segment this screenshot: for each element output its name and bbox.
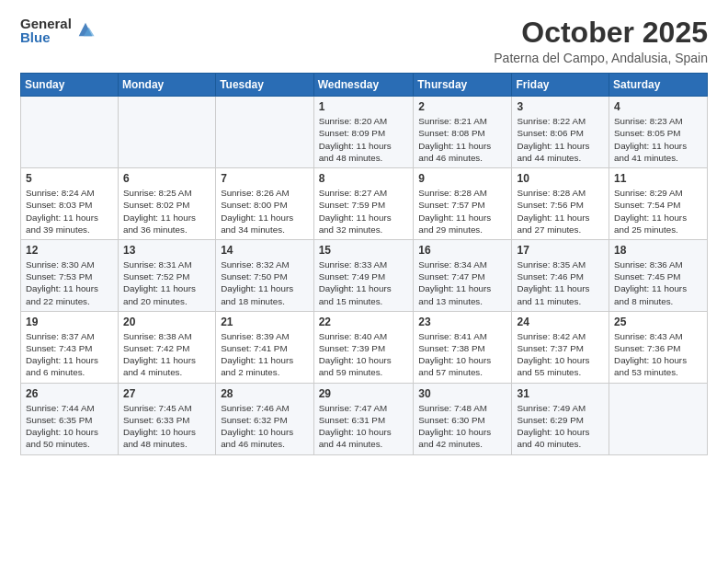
- day-info: Sunrise: 7:44 AM Sunset: 6:35 PM Dayligh…: [26, 402, 113, 451]
- day-number: 3: [517, 100, 604, 113]
- day-number: 9: [418, 172, 506, 185]
- day-info: Sunrise: 8:26 AM Sunset: 8:00 PM Dayligh…: [221, 187, 308, 236]
- weekday-header-monday: Monday: [118, 74, 215, 97]
- calendar-week-row: 26Sunrise: 7:44 AM Sunset: 6:35 PM Dayli…: [21, 383, 708, 454]
- day-number: 21: [221, 316, 308, 328]
- calendar: SundayMondayTuesdayWednesdayThursdayFrid…: [20, 73, 708, 454]
- calendar-day-6: 6Sunrise: 8:25 AM Sunset: 8:02 PM Daylig…: [118, 168, 215, 240]
- day-number: 20: [123, 316, 210, 328]
- day-number: 10: [517, 172, 604, 185]
- day-number: 12: [26, 244, 113, 257]
- calendar-day-18: 18Sunrise: 8:36 AM Sunset: 7:45 PM Dayli…: [609, 239, 708, 311]
- weekday-header-row: SundayMondayTuesdayWednesdayThursdayFrid…: [21, 74, 708, 97]
- calendar-day-empty: [609, 383, 708, 454]
- day-number: 1: [319, 100, 409, 113]
- calendar-week-row: 1Sunrise: 8:20 AM Sunset: 8:09 PM Daylig…: [21, 97, 708, 168]
- day-info: Sunrise: 8:38 AM Sunset: 7:42 PM Dayligh…: [123, 330, 210, 379]
- day-info: Sunrise: 8:43 AM Sunset: 7:36 PM Dayligh…: [614, 330, 702, 379]
- calendar-day-1: 1Sunrise: 8:20 AM Sunset: 8:09 PM Daylig…: [313, 97, 414, 168]
- calendar-day-11: 11Sunrise: 8:29 AM Sunset: 7:54 PM Dayli…: [609, 168, 708, 240]
- title-area: October 2025 Paterna del Campo, Andalusi…: [494, 17, 708, 65]
- calendar-day-4: 4Sunrise: 8:23 AM Sunset: 8:05 PM Daylig…: [609, 97, 708, 168]
- calendar-day-empty: [21, 97, 119, 168]
- day-number: 16: [418, 244, 506, 257]
- day-info: Sunrise: 8:28 AM Sunset: 7:57 PM Dayligh…: [418, 187, 506, 236]
- day-number: 4: [614, 100, 702, 113]
- day-info: Sunrise: 8:41 AM Sunset: 7:38 PM Dayligh…: [418, 330, 506, 379]
- calendar-day-21: 21Sunrise: 8:39 AM Sunset: 7:41 PM Dayli…: [216, 311, 313, 383]
- weekday-header-wednesday: Wednesday: [313, 74, 414, 97]
- logo-text: General Blue: [20, 17, 72, 44]
- day-number: 14: [221, 244, 308, 257]
- day-number: 22: [319, 316, 409, 328]
- month-title: October 2025: [494, 17, 708, 49]
- weekday-header-saturday: Saturday: [609, 74, 708, 97]
- day-number: 23: [418, 316, 506, 328]
- calendar-day-14: 14Sunrise: 8:32 AM Sunset: 7:50 PM Dayli…: [216, 239, 313, 311]
- day-number: 17: [517, 244, 604, 257]
- weekday-header-sunday: Sunday: [21, 74, 119, 97]
- calendar-day-9: 9Sunrise: 8:28 AM Sunset: 7:57 PM Daylig…: [414, 168, 512, 240]
- calendar-day-20: 20Sunrise: 8:38 AM Sunset: 7:42 PM Dayli…: [118, 311, 215, 383]
- day-info: Sunrise: 8:27 AM Sunset: 7:59 PM Dayligh…: [319, 187, 409, 236]
- day-number: 7: [221, 172, 308, 185]
- calendar-day-13: 13Sunrise: 8:31 AM Sunset: 7:52 PM Dayli…: [118, 239, 215, 311]
- calendar-week-row: 12Sunrise: 8:30 AM Sunset: 7:53 PM Dayli…: [21, 239, 708, 311]
- day-info: Sunrise: 8:29 AM Sunset: 7:54 PM Dayligh…: [614, 187, 702, 236]
- day-number: 29: [319, 387, 409, 400]
- calendar-day-29: 29Sunrise: 7:47 AM Sunset: 6:31 PM Dayli…: [313, 383, 414, 454]
- calendar-day-8: 8Sunrise: 8:27 AM Sunset: 7:59 PM Daylig…: [313, 168, 414, 240]
- day-info: Sunrise: 8:23 AM Sunset: 8:05 PM Dayligh…: [614, 115, 702, 164]
- weekday-header-tuesday: Tuesday: [216, 74, 313, 97]
- weekday-header-thursday: Thursday: [414, 74, 512, 97]
- day-number: 18: [614, 244, 702, 257]
- calendar-day-31: 31Sunrise: 7:49 AM Sunset: 6:29 PM Dayli…: [512, 383, 609, 454]
- day-info: Sunrise: 8:28 AM Sunset: 7:56 PM Dayligh…: [517, 187, 604, 236]
- day-number: 25: [614, 316, 702, 328]
- day-number: 13: [123, 244, 210, 257]
- day-info: Sunrise: 8:30 AM Sunset: 7:53 PM Dayligh…: [26, 259, 113, 307]
- calendar-day-10: 10Sunrise: 8:28 AM Sunset: 7:56 PM Dayli…: [512, 168, 609, 240]
- day-info: Sunrise: 8:42 AM Sunset: 7:37 PM Dayligh…: [517, 330, 604, 379]
- weekday-header-friday: Friday: [512, 74, 609, 97]
- day-info: Sunrise: 8:35 AM Sunset: 7:46 PM Dayligh…: [517, 259, 604, 307]
- day-info: Sunrise: 8:24 AM Sunset: 8:03 PM Dayligh…: [26, 187, 113, 236]
- calendar-week-row: 19Sunrise: 8:37 AM Sunset: 7:43 PM Dayli…: [21, 311, 708, 383]
- day-number: 24: [517, 316, 604, 328]
- calendar-week-row: 5Sunrise: 8:24 AM Sunset: 8:03 PM Daylig…: [21, 168, 708, 240]
- day-info: Sunrise: 8:31 AM Sunset: 7:52 PM Dayligh…: [123, 259, 210, 307]
- day-number: 26: [26, 387, 113, 400]
- calendar-day-3: 3Sunrise: 8:22 AM Sunset: 8:06 PM Daylig…: [512, 97, 609, 168]
- day-number: 11: [614, 172, 702, 185]
- day-info: Sunrise: 7:47 AM Sunset: 6:31 PM Dayligh…: [319, 402, 409, 451]
- calendar-day-16: 16Sunrise: 8:34 AM Sunset: 7:47 PM Dayli…: [414, 239, 512, 311]
- page: General Blue October 2025 Paterna del Ca…: [0, 0, 728, 563]
- calendar-day-empty: [216, 97, 313, 168]
- day-info: Sunrise: 8:21 AM Sunset: 8:08 PM Dayligh…: [418, 115, 506, 164]
- logo: General Blue: [20, 17, 96, 44]
- day-info: Sunrise: 8:20 AM Sunset: 8:09 PM Dayligh…: [319, 115, 409, 164]
- calendar-day-25: 25Sunrise: 8:43 AM Sunset: 7:36 PM Dayli…: [609, 311, 708, 383]
- day-info: Sunrise: 8:25 AM Sunset: 8:02 PM Dayligh…: [123, 187, 210, 236]
- calendar-day-5: 5Sunrise: 8:24 AM Sunset: 8:03 PM Daylig…: [21, 168, 119, 240]
- day-number: 31: [517, 387, 604, 400]
- header-area: General Blue October 2025 Paterna del Ca…: [20, 17, 708, 65]
- day-info: Sunrise: 7:48 AM Sunset: 6:30 PM Dayligh…: [418, 402, 506, 451]
- day-number: 5: [26, 172, 113, 185]
- day-info: Sunrise: 7:46 AM Sunset: 6:32 PM Dayligh…: [221, 402, 308, 451]
- calendar-day-19: 19Sunrise: 8:37 AM Sunset: 7:43 PM Dayli…: [21, 311, 119, 383]
- calendar-day-24: 24Sunrise: 8:42 AM Sunset: 7:37 PM Dayli…: [512, 311, 609, 383]
- day-info: Sunrise: 8:33 AM Sunset: 7:49 PM Dayligh…: [319, 259, 409, 307]
- calendar-day-30: 30Sunrise: 7:48 AM Sunset: 6:30 PM Dayli…: [414, 383, 512, 454]
- calendar-day-26: 26Sunrise: 7:44 AM Sunset: 6:35 PM Dayli…: [21, 383, 119, 454]
- day-number: 27: [123, 387, 210, 400]
- day-info: Sunrise: 8:22 AM Sunset: 8:06 PM Dayligh…: [517, 115, 604, 164]
- day-number: 2: [418, 100, 506, 113]
- logo-general: General: [20, 17, 72, 30]
- calendar-day-7: 7Sunrise: 8:26 AM Sunset: 8:00 PM Daylig…: [216, 168, 313, 240]
- day-info: Sunrise: 8:32 AM Sunset: 7:50 PM Dayligh…: [221, 259, 308, 307]
- calendar-day-15: 15Sunrise: 8:33 AM Sunset: 7:49 PM Dayli…: [313, 239, 414, 311]
- calendar-day-27: 27Sunrise: 7:45 AM Sunset: 6:33 PM Dayli…: [118, 383, 215, 454]
- calendar-day-12: 12Sunrise: 8:30 AM Sunset: 7:53 PM Dayli…: [21, 239, 119, 311]
- day-info: Sunrise: 8:34 AM Sunset: 7:47 PM Dayligh…: [418, 259, 506, 307]
